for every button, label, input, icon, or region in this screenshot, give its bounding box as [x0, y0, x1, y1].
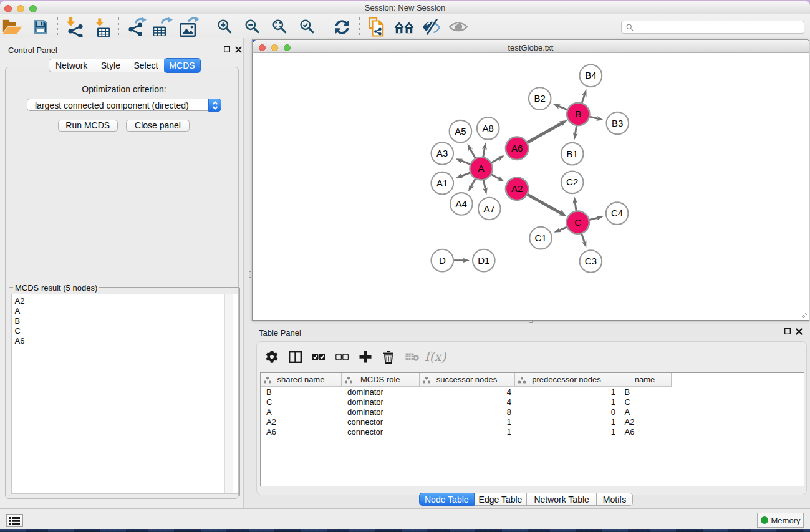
- new-table-button[interactable]: [152, 16, 173, 37]
- delete-columns-button[interactable]: [377, 344, 401, 369]
- edge-A-A5[interactable]: [470, 147, 475, 158]
- table-cell[interactable]: 4: [420, 387, 512, 397]
- column-header-predecessor-nodes[interactable]: predecessor nodes: [515, 373, 619, 387]
- tab-network[interactable]: Network: [49, 59, 94, 72]
- column-header-MCDS-role[interactable]: MCDS role: [342, 373, 420, 387]
- function-builder-button[interactable]: f(x): [424, 344, 448, 369]
- import-table-button[interactable]: [92, 16, 113, 37]
- search-input[interactable]: [621, 21, 804, 34]
- network-graph-canvas[interactable]: B4B2BB3A5A8A6B1A3AA1C2A2A4A7C4CC1C3DD1: [253, 55, 809, 320]
- zoom-fit-button[interactable]: [269, 16, 291, 37]
- tab-style[interactable]: Style: [94, 59, 127, 72]
- edge-A6-B[interactable]: [527, 122, 562, 142]
- window-resize-handle[interactable]: [800, 311, 808, 319]
- show-all-button[interactable]: [448, 16, 469, 37]
- new-network-button[interactable]: [127, 16, 148, 37]
- table-cell[interactable]: dominator: [347, 397, 420, 407]
- first-neighbors-button[interactable]: [393, 16, 415, 37]
- float-panel-icon[interactable]: [224, 46, 230, 52]
- create-column-button[interactable]: [354, 344, 377, 369]
- save-session-button[interactable]: [30, 16, 51, 37]
- import-network-button[interactable]: [64, 16, 85, 37]
- application-window: Session: New Session: [0, 1, 810, 529]
- table-cell[interactable]: C: [266, 397, 342, 407]
- result-item[interactable]: A6: [12, 336, 25, 346]
- result-list-scrollbar[interactable]: [224, 294, 233, 493]
- network-window-titlebar[interactable]: testGlobe.txt: [252, 39, 809, 54]
- mcds-result-list[interactable]: A2ABCA6: [11, 294, 238, 494]
- open-session-button[interactable]: [2, 16, 23, 37]
- edge-A-A6[interactable]: [491, 157, 501, 162]
- edge-A-A3[interactable]: [460, 160, 470, 164]
- tab-network-table[interactable]: Network Table: [527, 493, 596, 506]
- table-cell[interactable]: 1: [420, 417, 512, 427]
- table-cell[interactable]: A: [266, 407, 342, 417]
- edge-A-A1[interactable]: [460, 172, 470, 176]
- table-cell[interactable]: B: [625, 387, 672, 397]
- column-header-shared-name[interactable]: shared name: [261, 373, 342, 387]
- table-cell[interactable]: 1: [515, 417, 616, 427]
- show-all-columns-button[interactable]: [307, 344, 330, 369]
- float-table-panel-icon[interactable]: [784, 328, 791, 334]
- result-item[interactable]: A2: [12, 296, 25, 306]
- table-cell[interactable]: connector: [347, 417, 420, 427]
- edge-A-A4[interactable]: [471, 178, 476, 187]
- table-cell[interactable]: 4: [420, 397, 512, 407]
- tab-select[interactable]: Select: [127, 59, 165, 72]
- edge-A-A2[interactable]: [491, 174, 501, 179]
- close-panel-button[interactable]: Close panel: [126, 120, 190, 132]
- table-cell[interactable]: 0: [515, 407, 616, 417]
- table-cell[interactable]: 1: [515, 397, 616, 407]
- tab-motifs[interactable]: Motifs: [597, 493, 633, 506]
- edge-A2-C[interactable]: [527, 194, 562, 213]
- table-cell[interactable]: A6: [625, 427, 672, 437]
- duplicate-network-button[interactable]: [366, 16, 387, 37]
- edge-C-C1[interactable]: [558, 226, 567, 230]
- table-options-button[interactable]: [260, 344, 284, 369]
- close-table-panel-icon[interactable]: [796, 328, 803, 335]
- edge-C-C2[interactable]: [575, 201, 576, 211]
- task-history-button[interactable]: [6, 514, 23, 527]
- table-cell[interactable]: 1: [420, 427, 512, 437]
- run-mcds-button[interactable]: Run MCDS: [58, 120, 118, 132]
- table-cell[interactable]: 1: [515, 387, 616, 397]
- apply-layout-button[interactable]: [331, 16, 352, 37]
- column-header-name[interactable]: name: [619, 373, 672, 387]
- table-cell[interactable]: 1: [515, 427, 616, 437]
- zoom-selected-button[interactable]: [297, 16, 318, 37]
- table-cell[interactable]: A2: [266, 417, 342, 427]
- tab-node-table[interactable]: Node Table: [419, 493, 475, 506]
- table-cell[interactable]: dominator: [347, 387, 420, 397]
- edge-A-A8[interactable]: [483, 147, 485, 157]
- result-item[interactable]: A: [12, 306, 25, 316]
- node-table[interactable]: shared nameMCDS rolesuccessor nodesprede…: [260, 372, 804, 486]
- table-cell[interactable]: B: [266, 387, 342, 397]
- hide-selected-button[interactable]: [420, 16, 441, 37]
- export-image-button[interactable]: [178, 16, 200, 37]
- table-cell[interactable]: A: [625, 407, 672, 417]
- left-edge-gripper[interactable]: [249, 271, 252, 278]
- zoom-out-button[interactable]: [242, 16, 263, 37]
- duplicate-network-icon: [368, 17, 385, 37]
- edge-B-B2[interactable]: [557, 105, 567, 110]
- memory-button[interactable]: Memory: [757, 513, 804, 528]
- edge-A-A7[interactable]: [483, 180, 485, 190]
- result-item[interactable]: C: [12, 326, 25, 336]
- table-cell[interactable]: A2: [625, 417, 672, 427]
- optimization-criterion-dropdown[interactable]: largest connected component (directed): [27, 99, 221, 112]
- zoom-in-button[interactable]: [215, 16, 236, 37]
- hide-all-columns-button[interactable]: [330, 344, 354, 369]
- table-cell[interactable]: A6: [266, 427, 342, 437]
- table-cell[interactable]: 8: [420, 407, 512, 417]
- tab-edge-table[interactable]: Edge Table: [475, 493, 528, 506]
- table-cell[interactable]: connector: [347, 427, 420, 437]
- split-panel-button[interactable]: [284, 344, 307, 369]
- table-cell[interactable]: C: [625, 397, 672, 407]
- delete-table-button[interactable]: [400, 344, 424, 369]
- column-header-successor-nodes[interactable]: successor nodes: [420, 373, 515, 387]
- table-cell[interactable]: dominator: [347, 407, 420, 417]
- close-panel-icon[interactable]: [235, 46, 242, 53]
- tab-mcds[interactable]: MCDS: [164, 58, 200, 73]
- result-item[interactable]: B: [12, 316, 25, 326]
- edge-B-B1[interactable]: [575, 125, 576, 135]
